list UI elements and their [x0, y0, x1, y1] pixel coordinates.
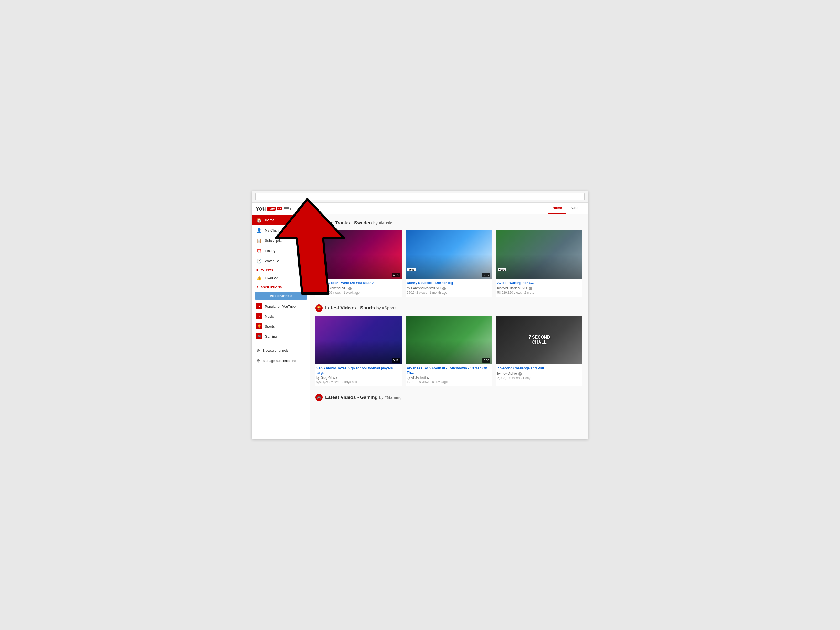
manage-subscriptions-label: Manage subscriptions [263, 359, 296, 363]
video-thumb-danny: vevo 2:57 [406, 230, 492, 279]
logo-you: You [256, 205, 266, 212]
top-tracks-video-grid: vevo 4:58 Justin Bieber - What Do You Me… [315, 230, 583, 297]
video-card-jb[interactable]: vevo 4:58 Justin Bieber - What Do You Me… [315, 230, 402, 297]
section-gaming-title: 🎮 Latest Videos - Gaming by #Gaming [315, 394, 583, 401]
popular-label: Popular on YouTube [265, 305, 295, 308]
verified-icon-jb: ✓ [348, 287, 352, 291]
video-card-san-antonio[interactable]: 0:18 San Antonio Texas high school footb… [315, 316, 402, 386]
subscription-item-gaming[interactable]: 🎮 Gaming [252, 331, 310, 341]
history-icon: ⏰ [256, 248, 262, 253]
subscription-item-sports[interactable]: 🏆 Sports [252, 321, 310, 331]
add-channels-button[interactable]: Add channels [256, 292, 306, 300]
video-meta-avicii: 58,519,120 views · 2 me... [497, 291, 581, 295]
video-title-avicii: Avicii - Waiting For L... [497, 281, 581, 285]
browse-channels-label: Browse channels [262, 349, 289, 352]
video-thumb-jb: vevo 4:58 [315, 230, 402, 279]
video-title-arkansas: Arkansas Tech Football - Touchdown - 10 … [407, 366, 491, 375]
video-duration-jb: 4:58 [392, 273, 400, 277]
sports-section-icon: 🏆 [315, 305, 323, 312]
subscription-item-popular[interactable]: ★ Popular on YouTube [252, 302, 310, 311]
sidebar-item-liked-videos[interactable]: 👍 Liked vid... [252, 273, 310, 283]
sidebar-item-home[interactable]: 🏠 Home [252, 215, 310, 225]
tab-subs[interactable]: Subs [566, 203, 583, 214]
sports-video-grid: 0:18 San Antonio Texas high school footb… [315, 316, 583, 386]
youtube-layout: YouTube SE ▾ 🏠 Home 👤 My Chan... 📋 Subsc… [252, 203, 588, 439]
my-channel-icon: 👤 [256, 228, 262, 233]
search-input[interactable] [256, 193, 584, 200]
subscription-item-music[interactable]: ♪ Music [252, 311, 310, 321]
sports-label: Sports [265, 324, 275, 328]
video-meta-7second: 2,093,103 views · 1 day [497, 376, 581, 380]
sidebar-item-my-channel[interactable]: 👤 My Chan... [252, 225, 310, 235]
music-section-icon: ♪ [315, 219, 323, 227]
popular-icon: ★ [256, 303, 262, 309]
hamburger-icon[interactable] [284, 207, 289, 210]
section-top-tracks-text: Top Tracks - Sweden by #Music [325, 220, 392, 226]
logo-badge: SE [277, 207, 282, 210]
watch-later-label: Watch La... [265, 259, 282, 263]
gaming-section-icon: 🎮 [315, 394, 323, 401]
video-channel-arkansas: by ATUAthletics [407, 376, 491, 380]
gaming-icon: 🎮 [256, 333, 262, 339]
video-info-jb: Justin Bieber - What Do You Mean? by Jus… [315, 279, 402, 297]
section-sports-title: 🏆 Latest Videos - Sports by #Sports [315, 305, 583, 312]
video-channel-danny: by DannysaucedoVEVO ✓ [407, 286, 491, 291]
video-info-avicii: Avicii - Waiting For L... by AviciiOffic… [496, 279, 583, 297]
browse-channels-item[interactable]: ⊕ Browse channels [252, 346, 310, 356]
watch-later-icon: 🕐 [256, 259, 262, 264]
video-thumb-avicii: vevo [496, 230, 583, 279]
verified-icon-danny: ✓ [442, 287, 446, 291]
sidebar-item-watch-later[interactable]: 🕐 Watch La... [252, 256, 310, 266]
sidebar-item-history[interactable]: ⏰ History [252, 246, 310, 256]
video-meta-arkansas: 1,271,215 views · 5 days ago [407, 380, 491, 384]
video-card-danny[interactable]: vevo 2:57 Danny Saucedo - Dör för dig by… [406, 230, 492, 297]
video-title-7second: 7 Second Challenge and Phil [497, 366, 581, 371]
manage-subscriptions-gear-icon: ⚙ [256, 358, 260, 363]
home-icon: 🏠 [256, 218, 262, 223]
video-info-danny: Danny Saucedo - Dör för dig by Dannysauc… [406, 279, 492, 297]
sidebar: YouTube SE ▾ 🏠 Home 👤 My Chan... 📋 Subsc… [252, 203, 310, 439]
verified-icon-avicii: ✓ [529, 287, 532, 291]
youtube-logo[interactable]: YouTube SE [256, 205, 282, 212]
logo-tube: Tube [267, 207, 276, 210]
video-duration-arkansas: 0:30 [482, 358, 490, 363]
sidebar-item-subscriptions[interactable]: 📋 Subscripti... [252, 235, 310, 246]
subscriptions-icon: 📋 [256, 238, 262, 243]
subscriptions-label: Subscripti... [265, 238, 283, 243]
verified-icon-7second: ✓ [518, 372, 522, 376]
video-title-danny: Danny Saucedo - Dör för dig [407, 281, 491, 285]
section-gaming-text: Latest Videos - Gaming by #Gaming [325, 395, 402, 400]
playlists-section-title: PLAYLISTS [252, 266, 310, 273]
sidebar-header: YouTube SE ▾ [252, 203, 310, 215]
video-card-arkansas[interactable]: 0:30 Arkansas Tech Football - Touchdown … [406, 316, 492, 386]
main-content: Home Subs ♪ Top Tracks - Sweden by #Musi… [310, 203, 588, 439]
video-channel-jb: by JustinBieberVEVO ✓ [316, 286, 401, 291]
tab-home[interactable]: Home [548, 203, 566, 214]
video-card-avicii[interactable]: vevo Avicii - Waiting For L... by Avicii… [496, 230, 583, 297]
video-channel-avicii: by AviciiOfficialVEVO ✓ [497, 286, 581, 291]
video-channel-7second: by PewDiePie ✓ [497, 372, 581, 376]
section-top-tracks-title: ♪ Top Tracks - Sweden by #Music [315, 219, 583, 227]
subscriptions-section-title: SUBSCRIPTIONS [252, 283, 310, 290]
dropdown-arrow-icon[interactable]: ▾ [289, 206, 292, 212]
video-info-7second: 7 Second Challenge and Phil by PewDiePie… [496, 364, 583, 382]
vevo-badge-avicii: vevo [498, 268, 506, 272]
video-duration-danny: 2:57 [482, 273, 490, 277]
vevo-badge-danny: vevo [407, 268, 416, 272]
liked-videos-label: Liked vid... [265, 276, 281, 280]
top-tabs: Home Subs [310, 203, 588, 214]
video-info-arkansas: Arkansas Tech Football - Touchdown - 10 … [406, 364, 492, 386]
my-channel-label: My Chan... [265, 228, 281, 232]
section-latest-gaming: 🎮 Latest Videos - Gaming by #Gaming [315, 394, 583, 401]
gaming-label: Gaming [265, 335, 277, 338]
browser-frame: YouTube SE ▾ 🏠 Home 👤 My Chan... 📋 Subsc… [252, 191, 588, 439]
browser-toolbar [252, 191, 588, 203]
section-sports-text: Latest Videos - Sports by #Sports [325, 305, 396, 311]
video-card-7second[interactable]: 7 SECONDCHALL 7 Second Challenge and Phi… [496, 316, 583, 386]
manage-subscriptions-item[interactable]: ⚙ Manage subscriptions [252, 356, 310, 366]
home-label: Home [265, 218, 274, 222]
history-label: History [265, 249, 275, 253]
section-latest-sports: 🏆 Latest Videos - Sports by #Sports [315, 305, 583, 386]
video-thumb-7second: 7 SECONDCHALL [496, 316, 583, 364]
video-thumb-arkansas: 0:30 [406, 316, 492, 364]
